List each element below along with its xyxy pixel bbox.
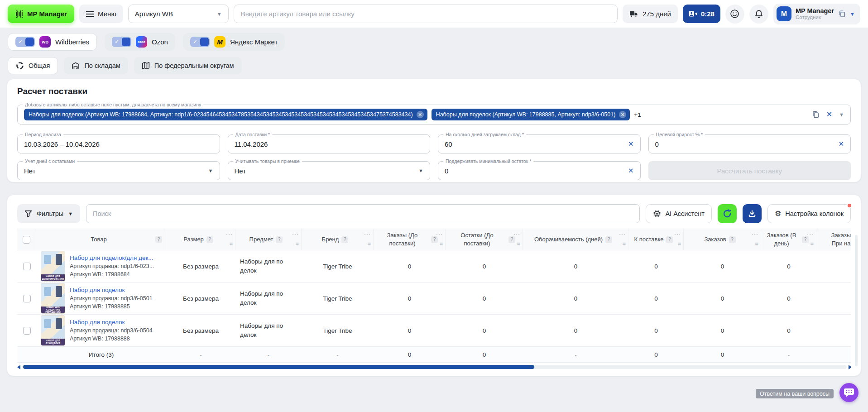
col-header-turnover[interactable]: Оборачиваемость (дней)? ···≡: [523, 229, 628, 250]
app-logo[interactable]: MP Manager: [8, 5, 74, 23]
column-settings-button[interactable]: ⚙ Настройка колонок: [767, 204, 851, 223]
filters-button[interactable]: Фильтры ▼: [17, 204, 80, 223]
column-menu-icon[interactable]: ···: [292, 230, 299, 238]
download-button[interactable]: [743, 204, 762, 223]
clear-field-icon[interactable]: ✕: [628, 167, 634, 175]
column-help-icon[interactable]: ?: [605, 236, 612, 243]
column-help-icon[interactable]: ?: [666, 236, 673, 243]
menu-button[interactable]: Меню: [79, 5, 123, 23]
column-help-icon[interactable]: ?: [206, 236, 213, 243]
column-menu-icon[interactable]: ···: [674, 230, 681, 238]
copy-icon[interactable]: [838, 10, 846, 18]
marketplace-wildberries[interactable]: ✓ WB Wildberries: [8, 33, 97, 51]
table-search-input[interactable]: [86, 204, 640, 223]
column-filter-icon[interactable]: ≡: [622, 240, 626, 248]
column-filter-icon[interactable]: ≡: [439, 240, 443, 248]
scroll-right-arrow[interactable]: [849, 365, 851, 369]
clear-field-icon[interactable]: ✕: [838, 140, 844, 148]
wildberries-toggle[interactable]: ✓: [15, 37, 35, 47]
horizontal-scrollbar[interactable]: [17, 364, 851, 370]
yandex-toggle[interactable]: ✓: [190, 37, 210, 47]
timer-button[interactable]: 0:28: [683, 5, 720, 23]
product-search-input[interactable]: [234, 5, 618, 23]
articles-input[interactable]: Добавьте артикулы либо оставьте поле пус…: [17, 105, 851, 125]
column-filter-icon[interactable]: ≡: [810, 240, 814, 248]
tab-label: По складам: [84, 62, 120, 69]
ai-assistant-button[interactable]: AI Ассистент: [646, 204, 711, 223]
col-header-orders[interactable]: Заказов? ···≡: [684, 229, 761, 250]
product-image-art: [41, 316, 65, 339]
column-help-icon[interactable]: ?: [341, 236, 348, 243]
acceptance-select[interactable]: Учитывать товары в приемке Нет ▼: [228, 161, 431, 180]
table-row[interactable]: НАБОР ДЛЯ СОЗДАНИЯ УКРАШЕНИЙ Набор для п…: [17, 283, 851, 315]
chevron-down-icon[interactable]: ▼: [839, 112, 844, 117]
tab-by-warehouses[interactable]: По складам: [64, 57, 128, 74]
marketplace-yandex-market[interactable]: ✓ M Яндекс Маркет: [183, 33, 285, 51]
table-row[interactable]: НАБОР ДЛЯ ДЕКОРИРОВАНИЯ Набор для подело…: [17, 250, 851, 283]
copy-icon[interactable]: [811, 110, 820, 119]
col-header-to-supply[interactable]: К поставке? ···≡: [628, 229, 684, 250]
rest-days-select[interactable]: Учет дней с остатками Нет ▼: [17, 161, 220, 180]
column-filter-icon[interactable]: ≡: [229, 240, 233, 248]
col-header-brand[interactable]: Бренд? ···≡: [302, 229, 374, 250]
col-header-orders-before[interactable]: Заказы (До поставки)? ···≡: [374, 229, 446, 250]
clear-all-icon[interactable]: ✕: [826, 111, 832, 118]
col-header-subject[interactable]: Предмет? ···≡: [235, 229, 302, 250]
product-link[interactable]: Набор для поделок: [70, 319, 153, 326]
chip-remove-icon[interactable]: ✕: [417, 111, 424, 118]
product-image: НАБОР ДЛЯ РУКОДЕЛИЯ: [41, 315, 65, 346]
article-type-select[interactable]: Артикул WB ▼: [128, 5, 229, 23]
column-menu-icon[interactable]: ···: [752, 230, 758, 238]
chat-button[interactable]: [839, 383, 858, 402]
scrollbar-track[interactable]: [22, 365, 847, 369]
min-stock-field[interactable]: Поддерживать минимальный остаток * 0 ✕: [438, 161, 641, 180]
column-help-icon[interactable]: ?: [729, 236, 736, 243]
feedback-smiley-button[interactable]: [725, 5, 744, 24]
refresh-button[interactable]: [718, 204, 737, 223]
column-menu-icon[interactable]: ···: [513, 230, 520, 238]
product-link[interactable]: Набор для поделок/для дек...: [70, 254, 154, 262]
select-all-checkbox[interactable]: [23, 236, 30, 244]
row-checkbox[interactable]: [23, 295, 31, 302]
clear-field-icon[interactable]: ✕: [628, 140, 634, 148]
column-filter-icon[interactable]: ≡: [755, 240, 758, 248]
col-header-orders-clipped[interactable]: Заказы При на: [816, 229, 851, 250]
column-menu-icon[interactable]: ···: [807, 230, 814, 238]
column-filter-icon[interactable]: ≡: [367, 240, 371, 248]
col-header-stock-before[interactable]: Остатки (До поставки)? ···≡: [446, 229, 523, 250]
ozon-toggle[interactable]: ✓: [112, 37, 131, 47]
column-filter-icon[interactable]: ≡: [677, 240, 681, 248]
col-header-orders-per-day[interactable]: Заказов (В день)? ···≡: [761, 229, 816, 250]
target-growth-field[interactable]: Целевой прирост % * 0 ✕: [648, 134, 851, 153]
table-row[interactable]: НАБОР ДЛЯ РУКОДЕЛИЯ Набор для поделок Ар…: [17, 315, 851, 347]
column-filter-icon[interactable]: ≡: [517, 240, 520, 248]
stock-days-field[interactable]: На сколько дней загружаем склад * 60 ✕: [438, 134, 641, 153]
marketplace-ozon[interactable]: ✓ ozon Ozon: [105, 33, 175, 51]
vertical-scrollbar[interactable]: [855, 235, 858, 366]
column-menu-icon[interactable]: ···: [226, 230, 233, 238]
column-menu-icon[interactable]: ···: [436, 230, 443, 238]
tab-general[interactable]: Общая: [8, 57, 58, 74]
column-menu-icon[interactable]: ···: [619, 230, 626, 238]
col-header-product[interactable]: Товар ?: [36, 229, 166, 250]
col-header-size[interactable]: Размер? ···≡: [166, 229, 235, 250]
tab-by-federal-districts[interactable]: По федеральным округам: [134, 57, 242, 74]
chevron-down-icon: ▼: [68, 211, 73, 216]
product-link[interactable]: Набор для поделок: [70, 287, 153, 294]
column-help-icon[interactable]: ?: [155, 236, 162, 243]
scroll-left-arrow[interactable]: [17, 365, 20, 369]
delivery-date-field[interactable]: Дата поставки * 11.04.2026: [228, 134, 431, 153]
user-menu[interactable]: M MP Manager Сотрудник ▼: [773, 4, 860, 24]
scrollbar-thumb[interactable]: [23, 365, 534, 369]
subscription-days-badge[interactable]: 275 дней: [623, 5, 678, 23]
chip-remove-icon[interactable]: ✕: [619, 111, 626, 118]
column-help-icon[interactable]: ?: [276, 236, 283, 243]
notifications-button[interactable]: [749, 5, 768, 24]
analysis-period-field[interactable]: Период анализа 10.03.2026 – 10.04.2026: [17, 134, 220, 153]
cell-orders-before: 0: [374, 315, 446, 346]
row-checkbox[interactable]: [23, 327, 31, 335]
row-checkbox[interactable]: [23, 263, 31, 270]
calculate-supply-button[interactable]: Рассчитать поставку: [648, 161, 851, 180]
column-menu-icon[interactable]: ···: [364, 230, 371, 238]
column-filter-icon[interactable]: ≡: [295, 240, 299, 248]
